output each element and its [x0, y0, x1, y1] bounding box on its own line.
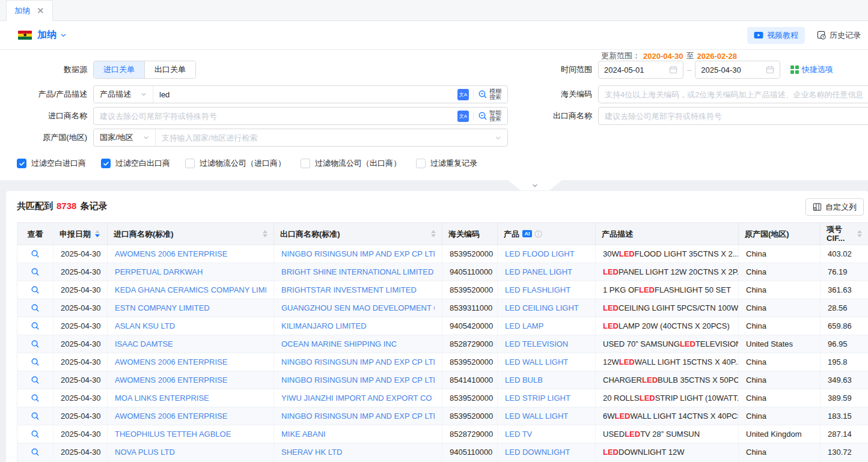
product-link[interactable]: LED LAMP: [505, 321, 543, 330]
product-link[interactable]: LED TELEVISION: [505, 339, 568, 348]
product-link[interactable]: LED DOWNLIGHT: [505, 448, 570, 457]
product-link[interactable]: LED FLASHLIGHT: [505, 285, 570, 294]
product-search-input[interactable]: [153, 90, 457, 99]
importer-filter-label: 进口商名称: [0, 111, 87, 121]
view-icon[interactable]: [31, 448, 40, 457]
origin-type-select[interactable]: 国家/地区: [94, 129, 156, 146]
filter-checkbox[interactable]: 过滤空白出口商: [101, 158, 170, 169]
filter-checkbox[interactable]: 过滤重复记录: [416, 158, 477, 169]
sort-icon[interactable]: [431, 230, 436, 237]
translate-icon[interactable]: 文A: [457, 89, 469, 100]
checkbox-icon[interactable]: [101, 159, 111, 168]
exporter-name-link[interactable]: NINGBO RISINGSUN IMP AND EXP CP LTD: [281, 375, 435, 384]
translate-icon[interactable]: 文A: [457, 111, 469, 122]
fuzzy-search-button[interactable]: 模糊搜索: [478, 88, 503, 101]
date-from-value: 2024-05-01: [604, 65, 644, 74]
divider: [473, 112, 474, 121]
date-to-input[interactable]: 2025-04-30: [695, 61, 780, 79]
view-icon[interactable]: [31, 339, 40, 348]
collapse-filters-button[interactable]: [508, 180, 562, 190]
close-icon[interactable]: ✕: [37, 6, 44, 15]
exporter-name-link[interactable]: YIWU JIANZHI IMPORT AND EXPORT CO LTD: [281, 394, 435, 403]
importer-name-link[interactable]: AWOMENS 2006 ENTERPRISE: [115, 357, 227, 366]
checkbox-icon[interactable]: [301, 159, 310, 168]
product-link[interactable]: LED CEILING LIGHT: [505, 303, 579, 312]
exporter-name-link[interactable]: KILIMANJARO LIMITED: [281, 321, 367, 330]
importer-name-link[interactable]: KEDA GHANA CERAMICS COMPANY LIMITED: [115, 285, 266, 294]
product-type-select[interactable]: 产品描述: [94, 86, 153, 103]
view-icon[interactable]: [31, 267, 40, 276]
filter-checkbox[interactable]: 过滤物流公司（出口商）: [301, 158, 401, 169]
hs-code-input[interactable]: [599, 90, 868, 99]
view-icon[interactable]: [31, 303, 40, 312]
product-link[interactable]: LED STRIP LIGHT: [505, 394, 570, 403]
importer-name-link[interactable]: AWOMENS 2006 ENTERPRISE: [115, 249, 227, 258]
video-tutorial-button[interactable]: 视频教程: [747, 27, 805, 44]
origin-country-cell: China: [739, 407, 821, 425]
column-header-importer-name[interactable]: 进口商名称(标准): [108, 223, 274, 245]
chevron-down-icon[interactable]: [495, 135, 501, 141]
view-icon[interactable]: [31, 430, 40, 439]
checkbox-icon[interactable]: [416, 159, 426, 168]
chevron-down-icon[interactable]: [60, 32, 67, 38]
update-range-line: 更新范围： 2020-04-30 至 2026-02-28: [601, 51, 737, 61]
importer-name-link[interactable]: NOVA PLUS LTD: [115, 448, 175, 457]
importer-name-link[interactable]: ESTN COMPANY LIMITED: [115, 303, 210, 312]
exporter-name-link[interactable]: OCEAN MARINE SHIPPING INC: [281, 339, 397, 348]
importer-name-link[interactable]: ASLAN KSU LTD: [115, 321, 175, 330]
checkbox-icon[interactable]: [17, 159, 26, 168]
product-link[interactable]: LED PANEL LIGHT: [505, 267, 572, 276]
sort-icon[interactable]: [263, 230, 267, 237]
tab-import-declarations[interactable]: 进口关单: [94, 61, 144, 78]
filter-checkbox[interactable]: 过滤物流公司（进口商）: [185, 158, 286, 169]
tab-ghana[interactable]: 加纳 ✕: [6, 0, 53, 21]
column-header-declare-date[interactable]: 申报日期: [53, 223, 108, 245]
view-icon[interactable]: [31, 375, 40, 384]
exporter-name-link[interactable]: BRIGHTSTAR INVESTMENT LIMITED: [281, 285, 417, 294]
table-row: 2025-04-30ESTN COMPANY LIMITEDGUANGZHOU …: [17, 299, 868, 317]
importer-name-input[interactable]: [94, 112, 457, 121]
view-icon[interactable]: [31, 412, 40, 421]
exporter-name-link[interactable]: SHERAV HK LTD: [281, 448, 342, 457]
importer-name-link[interactable]: THEOPHILUS TETTEH AGBLOE: [115, 430, 231, 439]
product-link[interactable]: LED BULB: [505, 375, 543, 384]
product-link[interactable]: LED WALL LIGHT: [505, 357, 568, 366]
customize-columns-button[interactable]: 自定义列: [805, 198, 864, 216]
product-link[interactable]: LED TV: [505, 430, 532, 439]
info-icon[interactable]: [534, 230, 542, 238]
view-icon[interactable]: [31, 394, 40, 403]
view-icon[interactable]: [31, 285, 40, 294]
history-button[interactable]: 历史记录: [817, 27, 861, 44]
sort-icon[interactable]: [857, 230, 862, 237]
importer-name-link[interactable]: AWOMENS 2006 ENTERPRISE: [115, 412, 227, 421]
exporter-name-link[interactable]: NINGBO RISINGSUN IMP AND EXP CP LTD: [281, 249, 435, 258]
quick-options-button[interactable]: 快捷选项: [790, 64, 833, 75]
exporter-name-link[interactable]: NINGBO RISINGSUN IMP AND EXP CP LTD: [281, 412, 435, 421]
product-link[interactable]: LED WALL LIGHT: [505, 412, 568, 421]
exporter-name-link[interactable]: NINGBO RISINGSUN IMP AND EXP CP LTD: [281, 357, 435, 366]
view-icon[interactable]: [31, 357, 40, 366]
importer-name-link[interactable]: MOA LINKS ENTERPRISE: [115, 394, 209, 403]
view-icon[interactable]: [31, 249, 40, 258]
filter-checkbox[interactable]: 过滤空白进口商: [17, 158, 86, 169]
checkbox-icon[interactable]: [185, 159, 195, 168]
exporter-name-link[interactable]: MIKE ABANI: [281, 430, 326, 439]
exporter-name-link[interactable]: BRIGHT SHINE INTERNATIONAL LIMITED: [281, 267, 433, 276]
importer-name-link[interactable]: ISAAC DAMTSE: [115, 339, 173, 348]
column-header-exporter-name[interactable]: 出口商名称(标准): [274, 223, 442, 245]
video-tutorial-label: 视频教程: [767, 30, 798, 41]
date-from-input[interactable]: 2024-05-01: [598, 61, 683, 79]
exporter-name-link[interactable]: GUANGZHOU SEN MAO DEVELOPMENT C...: [281, 303, 435, 312]
smart-search-button[interactable]: 智能搜索: [478, 110, 503, 123]
importer-name-link[interactable]: PERPETUAL DARKWAH: [115, 267, 203, 276]
declare-date-cell: 2025-04-30: [53, 263, 108, 281]
origin-country-input[interactable]: [156, 133, 495, 142]
tab-export-declarations[interactable]: 出口关单: [144, 61, 195, 78]
importer-name-link[interactable]: AWOMENS 2006 ENTERPRISE: [115, 375, 227, 384]
product-link[interactable]: LED FLOOD LIGHT: [505, 249, 575, 258]
country-title[interactable]: 加纳: [37, 29, 57, 41]
sort-icon[interactable]: [95, 230, 100, 237]
view-icon[interactable]: [31, 321, 40, 330]
exporter-name-input[interactable]: [599, 112, 868, 121]
column-header-cif[interactable]: 项号 CIF...: [821, 223, 868, 245]
